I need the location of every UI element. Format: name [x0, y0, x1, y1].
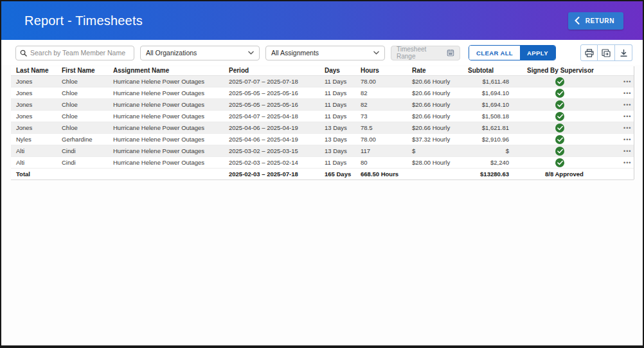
cell-period: 2025-04-06 – 2025-04-19	[226, 136, 322, 143]
cell-subtotal: $1,694.10	[465, 101, 524, 108]
timesheet-range-placeholder: Timesheet Range	[397, 46, 447, 60]
table-header-row: Last Name First Name Assignment Name Per…	[11, 66, 634, 76]
cell-assignment-name: Hurricane Helene Power Outages	[111, 124, 226, 131]
timesheet-range-input[interactable]: Timesheet Range	[391, 46, 460, 60]
cell-last-name: Jones	[11, 113, 59, 120]
cell-last-name: Jones	[11, 124, 59, 131]
cell-rate: $20.66 Hourly	[409, 78, 465, 85]
cell-hours: 117	[358, 147, 409, 154]
total-hours: 668.50 Hours	[358, 170, 409, 178]
cell-signed-by-supervisor	[524, 112, 621, 121]
cell-days: 11 Days	[322, 101, 358, 108]
timesheets-table: Last Name First Name Assignment Name Per…	[11, 66, 634, 180]
cell-signed-by-supervisor	[524, 158, 621, 167]
table-row: JonesChloeHurricane Helene Power Outages…	[11, 99, 634, 111]
cell-hours: 80	[358, 159, 409, 166]
cell-assignment-name: Hurricane Helene Power Outages	[111, 147, 226, 154]
return-button[interactable]: RETURN	[568, 12, 623, 30]
table-row: AltiCindiHurricane Helene Power Outages2…	[11, 157, 634, 169]
col-header-signed-by-supervisor: Signed By Supervisor	[524, 67, 621, 74]
cell-last-name: Jones	[11, 89, 59, 96]
cell-first-name: Chloe	[59, 89, 111, 96]
cell-signed-by-supervisor	[524, 77, 621, 86]
cell-last-name: Alti	[11, 159, 59, 166]
cell-rate: $20.66 Hourly	[409, 113, 465, 120]
cell-first-name: Chloe	[59, 101, 111, 108]
table-scrollbar-track[interactable]	[634, 66, 634, 179]
row-actions-button[interactable]: •••	[621, 113, 634, 120]
cell-assignment-name: Hurricane Helene Power Outages	[111, 89, 226, 96]
cell-period: 2025-02-03 – 2025-02-14	[226, 159, 322, 166]
row-actions-button[interactable]: •••	[621, 125, 634, 131]
table-row: NylesGerhardineHurricane Helene Power Ou…	[11, 134, 634, 145]
search-icon	[20, 50, 27, 57]
cell-hours: 78.00	[358, 78, 409, 85]
col-header-subtotal: Subtotal	[465, 67, 524, 74]
row-actions-button[interactable]: •••	[621, 136, 634, 143]
cell-assignment-name: Hurricane Helene Power Outages	[111, 113, 226, 120]
cell-rate: $	[409, 147, 465, 154]
filter-actions-group: CLEAR ALL APPLY	[469, 45, 556, 60]
approved-check-icon	[555, 89, 564, 98]
filter-bar: All Organizations All Assignments Timesh…	[1, 40, 643, 65]
cell-last-name: Jones	[11, 101, 59, 108]
assignments-select[interactable]: All Assignments	[265, 46, 385, 60]
return-button-label: RETURN	[586, 17, 614, 24]
download-button[interactable]	[615, 44, 632, 61]
app-header: Report - Timesheets RETURN	[1, 1, 643, 40]
clear-all-button[interactable]: CLEAR ALL	[469, 46, 520, 60]
approved-check-icon	[555, 135, 564, 144]
apply-button[interactable]: APPLY	[520, 46, 555, 60]
organizations-select-value: All Organizations	[146, 49, 197, 57]
calendar-icon	[447, 49, 454, 57]
cell-subtotal: $1,694.10	[465, 89, 524, 96]
cell-signed-by-supervisor	[524, 135, 621, 144]
cell-period: 2025-04-07 – 2025-04-18	[226, 113, 322, 120]
approved-check-icon	[555, 100, 564, 109]
col-header-days: Days	[322, 67, 358, 74]
organizations-select[interactable]: All Organizations	[140, 46, 260, 60]
total-days: 165 Days	[322, 170, 358, 178]
cell-first-name: Cindi	[59, 147, 111, 154]
col-header-first-name: First Name	[59, 67, 111, 74]
cell-hours: 73	[358, 113, 409, 120]
total-approved-count: 8/8 Approved	[545, 170, 584, 178]
cell-last-name: Alti	[11, 147, 59, 154]
cell-assignment-name: Hurricane Helene Power Outages	[111, 78, 226, 85]
total-subtotal: $13280.63	[465, 170, 524, 178]
chevron-down-icon	[373, 51, 379, 55]
cell-signed-by-supervisor	[524, 89, 621, 98]
print-icon	[585, 49, 594, 57]
cell-first-name: Chloe	[59, 78, 111, 85]
cell-assignment-name: Hurricane Helene Power Outages	[111, 159, 226, 166]
chevron-left-icon	[575, 17, 580, 24]
search-input-wrapper	[15, 46, 134, 60]
cell-signed-by-supervisor	[524, 124, 621, 133]
export-report-button[interactable]	[598, 44, 615, 61]
row-actions-button[interactable]: •••	[621, 148, 634, 154]
cell-subtotal: $1,621.81	[465, 124, 524, 131]
cell-last-name: Nyles	[11, 136, 59, 143]
search-input[interactable]	[30, 49, 130, 57]
cell-period: 2025-05-05 – 2025-05-16	[226, 101, 322, 108]
cell-assignment-name: Hurricane Helene Power Outages	[111, 136, 226, 143]
table-row: JonesChloeHurricane Helene Power Outages…	[11, 111, 634, 122]
cell-rate: $37.32 Hourly	[409, 136, 465, 143]
cell-subtotal: $2,240	[465, 159, 524, 166]
cell-days: 13 Days	[322, 147, 358, 154]
row-actions-button[interactable]: •••	[621, 160, 634, 166]
approved-check-icon	[555, 77, 564, 86]
table-total-row: Total 2025-02-03 – 2025-07-18 165 Days 6…	[11, 169, 634, 180]
cell-days: 13 Days	[322, 136, 358, 143]
table-row: JonesChloeHurricane Helene Power Outages…	[11, 87, 634, 99]
chevron-down-icon	[248, 51, 254, 55]
row-actions-button[interactable]: •••	[621, 102, 634, 108]
cell-signed-by-supervisor	[524, 147, 621, 156]
cell-subtotal: $	[465, 147, 524, 154]
cell-rate: $28.00 Hourly	[409, 159, 465, 166]
row-actions-button[interactable]: •••	[621, 78, 634, 85]
col-header-last-name: Last Name	[11, 67, 59, 74]
row-actions-button[interactable]: •••	[621, 90, 634, 96]
export-report-icon	[602, 49, 611, 57]
print-button[interactable]	[580, 44, 598, 61]
